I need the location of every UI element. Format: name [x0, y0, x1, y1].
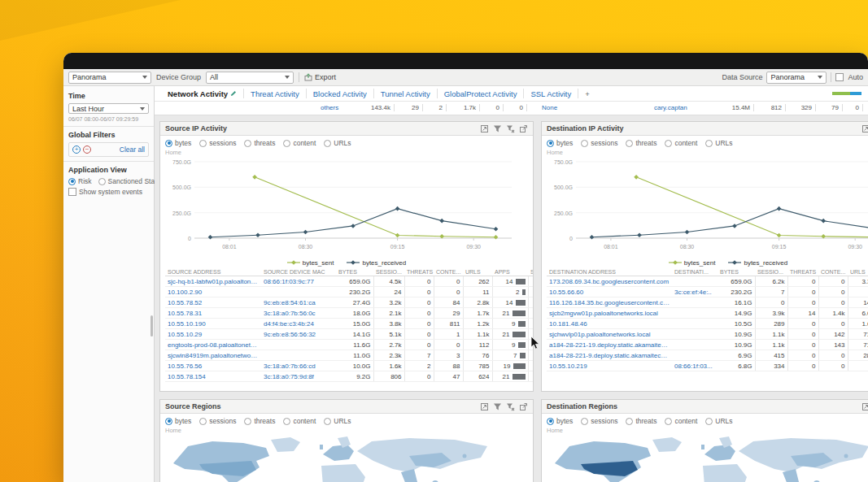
sanctioned-state-radio[interactable]: Sanctioned State	[98, 177, 161, 185]
table-row[interactable]: 116.126.184.35.bc.googleusercontent.com1…	[547, 297, 868, 308]
table-row[interactable]: sjcb2mgvw01p.paloaltonetworks.local14.9G…	[547, 308, 868, 319]
metric-option-content[interactable]: content	[665, 139, 697, 147]
address-link[interactable]: sjcwin84919m.paloaltonetworks.local	[165, 350, 261, 361]
sidebar-scrollbar-thumb[interactable]	[150, 315, 153, 337]
device-mac-link[interactable]: 3c:18:a0:7b:66:cd	[261, 361, 336, 371]
table-row[interactable]: 10.100.2.90230.2G24001120	[165, 287, 533, 297]
metric-option-sessions[interactable]: sessions	[581, 417, 617, 425]
maximize-icon[interactable]	[480, 402, 489, 411]
metric-option-bytes[interactable]: bytes	[165, 417, 191, 425]
tab-tunnel-activity[interactable]: Tunnel Activity	[374, 89, 438, 98]
table-row[interactable]: sjcwin84919m.paloaltonetworks.local11.0G…	[165, 350, 533, 361]
metric-option-threats[interactable]: threats	[244, 417, 275, 425]
jump-to-logs-icon[interactable]	[519, 402, 528, 411]
column-header[interactable]: SESSIO...	[755, 268, 787, 276]
table-row[interactable]: sjc-hq-b1-labfw01p.paloaltonetworks.l...…	[165, 276, 533, 287]
filter-icon[interactable]	[493, 402, 502, 411]
world-map[interactable]	[547, 435, 868, 482]
address-link[interactable]: sjc-hq-b1-labfw01p.paloaltonetworks.l...	[165, 276, 261, 287]
address-link[interactable]: 10.55.78.52	[165, 297, 261, 308]
column-header[interactable]: DESTINATI...	[672, 268, 718, 276]
clear-all-link[interactable]: Clear all	[120, 145, 145, 154]
table-row[interactable]: a184-28-221-9.deploy.static.akamaitechno…	[547, 350, 868, 361]
context-select[interactable]: Panorama	[68, 72, 151, 84]
metric-option-content[interactable]: content	[283, 139, 316, 147]
address-link[interactable]: 116.126.184.35.bc.googleusercontent.com	[547, 297, 672, 308]
table-row[interactable]: 10.55.66.603c:ce:ef:4e:..230.2G70011	[547, 287, 868, 297]
line-chart[interactable]: 750.0G500.0G250.0G008:0108:3009:1509:30	[547, 157, 868, 254]
metric-option-bytes[interactable]: bytes	[547, 417, 573, 425]
column-header[interactable]: SESSIO...	[373, 268, 404, 276]
metric-option-sessions[interactable]: sessions	[199, 139, 236, 147]
address-link[interactable]: 10.55.78.154	[165, 371, 261, 382]
export-button[interactable]: Export	[304, 73, 336, 81]
table-row[interactable]: 173.208.69.34.bc.googleusercontent.com65…	[547, 276, 868, 287]
column-header[interactable]: SOURCE DEVICE MAC	[261, 268, 336, 276]
column-header[interactable]: BYTES	[336, 268, 373, 276]
address-link[interactable]: sjcb2mgvw01p.paloaltonetworks.local	[547, 308, 672, 319]
legend-item-bytes_received[interactable]: bytes_received	[728, 259, 787, 267]
risk-radio[interactable]: Risk	[68, 177, 92, 185]
metric-option-bytes[interactable]: bytes	[165, 139, 191, 147]
tab-threat-activity[interactable]: Threat Activity	[244, 89, 307, 98]
address-link[interactable]: a184-28-221-9.deploy.static.akamaitechno…	[547, 350, 672, 361]
column-header[interactable]: DESTINATION ADDRESS	[547, 268, 672, 276]
legend-item-bytes_received[interactable]: bytes_received	[347, 259, 406, 267]
column-header[interactable]: URLS	[848, 268, 868, 276]
tab-add-button[interactable]: +	[578, 89, 596, 98]
address-link[interactable]: 10.181.48.46	[547, 319, 672, 329]
table-row[interactable]: a184-28-221-19.deploy.static.akamaitechn…	[547, 340, 868, 350]
table-row[interactable]: engtools-prod-08.paloaltonetworks.local1…	[165, 340, 533, 350]
metric-option-threats[interactable]: threats	[626, 417, 656, 425]
line-chart[interactable]: 750.0G500.0G250.0G008:0108:3009:1509:30	[165, 157, 518, 254]
column-header[interactable]: BYTES	[718, 268, 755, 276]
metric-option-content[interactable]: content	[665, 417, 697, 425]
metric-option-threats[interactable]: threats	[626, 139, 656, 147]
table-row[interactable]: 10.55.78.529c:eb:e8:54:61:ca27.4G3.2k084…	[165, 297, 533, 308]
metric-option-urls[interactable]: URLs	[705, 417, 732, 425]
address-link[interactable]: 10.55.10.29	[165, 329, 261, 340]
device-mac-link[interactable]: 08:66:1f:03:9c:77	[261, 276, 336, 287]
column-header[interactable]: SOURC...	[528, 268, 533, 276]
table-row[interactable]: sjchwvlp01p.paloaltonetworks.local10.9G1…	[547, 329, 868, 340]
metric-option-bytes[interactable]: bytes	[547, 139, 573, 147]
tab-ssl-activity[interactable]: SSL Activity	[524, 89, 578, 98]
device-mac-link[interactable]: 08:66:1f:03...	[672, 361, 718, 371]
data-source-select[interactable]: Panorama	[766, 72, 827, 84]
jump-to-logs-icon[interactable]	[519, 124, 528, 133]
table-row[interactable]: 10.55.10.190d4:f4:be:c3:4b:2415.0G3.8k08…	[165, 319, 533, 329]
address-link[interactable]: sjchwvlp01p.paloaltonetworks.local	[547, 329, 672, 340]
table-row[interactable]: 10.181.48.4610.5G289001.6k3	[547, 319, 868, 329]
address-link[interactable]: 10.55.76.56	[165, 361, 261, 371]
show-system-events-checkbox[interactable]: Show system events	[68, 188, 142, 196]
time-range-select[interactable]: Last Hour	[68, 103, 149, 114]
clear-filter-icon[interactable]	[506, 402, 515, 411]
maximize-icon[interactable]	[861, 124, 868, 133]
world-map[interactable]	[165, 435, 518, 482]
table-row[interactable]: 10.55.78.1543c:18:a0:75:9d:8f9.2G8060476…	[165, 371, 533, 382]
metric-option-urls[interactable]: URLs	[324, 139, 351, 147]
metric-option-sessions[interactable]: sessions	[581, 139, 617, 147]
peek-right-link-2[interactable]: cary.captan	[654, 104, 687, 111]
legend-item-bytes_sent[interactable]: bytes_sent	[287, 259, 334, 267]
device-mac-link[interactable]: 9c:eb:e8:54:61:ca	[261, 297, 336, 308]
column-header[interactable]: APPS	[492, 268, 528, 276]
metric-option-threats[interactable]: threats	[244, 139, 275, 147]
tab-network-activity[interactable]: Network Activity	[161, 89, 244, 98]
legend-item-bytes_sent[interactable]: bytes_sent	[669, 259, 716, 267]
column-header[interactable]: CONTE...	[818, 268, 848, 276]
column-header[interactable]: THREATS	[787, 268, 818, 276]
address-link[interactable]: 10.55.10.190	[165, 319, 261, 329]
address-link[interactable]: 173.208.69.34.bc.googleusercontent.com	[547, 276, 672, 287]
column-header[interactable]: THREATS	[404, 268, 434, 276]
metric-option-sessions[interactable]: sessions	[199, 417, 236, 425]
remove-filter-icon[interactable]: −	[83, 145, 91, 154]
address-link[interactable]: 10.55.66.60	[547, 287, 672, 297]
maximize-icon[interactable]	[861, 402, 868, 411]
address-link[interactable]: 10.55.78.31	[165, 308, 261, 319]
clear-filter-icon[interactable]	[506, 124, 515, 133]
address-link[interactable]: a184-28-221-19.deploy.static.akamaitechn…	[547, 340, 672, 350]
column-header[interactable]: SOURCE ADDRESS	[165, 268, 261, 276]
table-row[interactable]: 10.55.10.21908:66:1f:03...6.8G3340013	[547, 361, 868, 371]
address-link[interactable]: engtools-prod-08.paloaltonetworks.local	[165, 340, 261, 350]
